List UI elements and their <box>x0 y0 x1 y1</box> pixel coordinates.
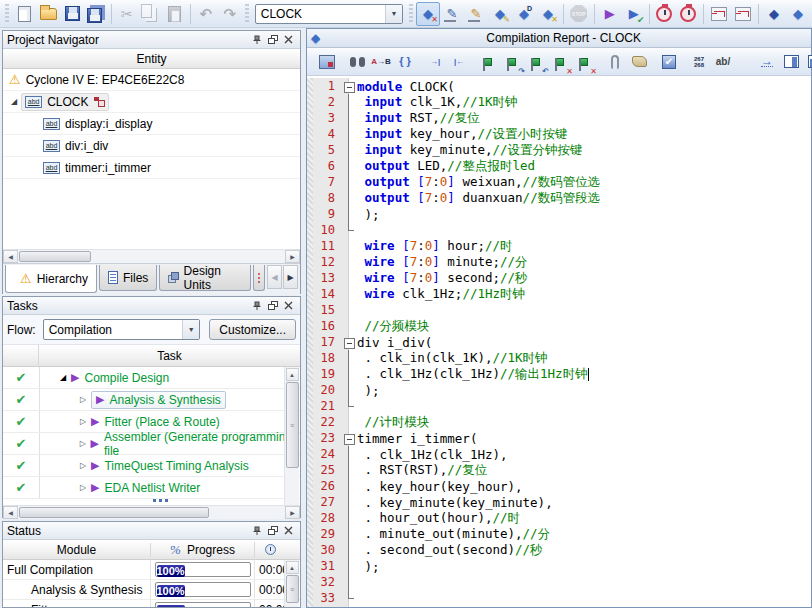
overflow-tool-button[interactable]: ◆ <box>786 2 810 26</box>
expander-closed-icon[interactable]: ▷ <box>78 439 87 448</box>
expander-open-icon[interactable]: ◢ <box>11 97 17 106</box>
goto-line-button[interactable]: 267 268 <box>687 50 711 74</box>
expander-open-icon[interactable]: ◢ <box>58 373 68 382</box>
scroll-left-button[interactable]: ◀ <box>3 506 18 519</box>
word-wrap-button[interactable]: ab/ <box>711 50 735 74</box>
next-bookmark-button[interactable]: ↷ <box>501 50 525 74</box>
scroll-right-button[interactable]: ▶ <box>285 506 300 519</box>
save-all-button[interactable] <box>84 2 108 26</box>
find-button[interactable] <box>345 50 369 74</box>
timing-analyzer-button[interactable] <box>676 2 700 26</box>
tree-empty-space[interactable] <box>3 179 300 249</box>
clear-all-bookmarks-button[interactable]: ✕ <box>573 50 597 74</box>
tab-scroll-right-button[interactable]: ▶ <box>283 265 298 289</box>
task-label[interactable]: Assembler (Generate programming file <box>104 430 300 458</box>
fold-collapse-icon[interactable] <box>343 78 357 94</box>
task-row-selected[interactable]: ✔ ▷ ▶ Analysis & Synthesis <box>3 389 300 411</box>
close-button[interactable] <box>281 524 296 538</box>
code-editor[interactable]: 1module CLOCK(2 input clk_1K,//1K时钟3 inp… <box>307 78 811 607</box>
design-partition-button[interactable]: ◆D <box>512 2 536 26</box>
view-pane-1-button[interactable] <box>779 50 803 74</box>
task-row[interactable]: ✔ ▷ ▶ TimeQuest Timing Analysis <box>3 455 300 477</box>
timequest-button[interactable] <box>652 2 676 26</box>
toggle-bookmark-button[interactable] <box>477 50 501 74</box>
top-entity-row[interactable]: ◢ abd CLOCK <box>3 91 300 113</box>
increase-indent-button[interactable]: →| <box>423 50 447 74</box>
assignment-editor-button[interactable]: ✎ <box>440 2 464 26</box>
instance-row[interactable]: abd div:i_div <box>3 135 300 157</box>
task-label[interactable]: EDA Netlist Writer <box>104 481 200 495</box>
undo-button[interactable]: ↶ <box>194 2 218 26</box>
instance-row[interactable]: abd display:i_display <box>3 113 300 135</box>
chevron-down-icon[interactable]: ▼ <box>385 5 402 23</box>
pin-planner-button[interactable]: ✎ <box>464 2 488 26</box>
expander-closed-icon[interactable]: ▷ <box>78 417 88 426</box>
simulation-tool-button[interactable] <box>707 2 731 26</box>
tab-scroll-left-button[interactable]: ◀ <box>267 265 282 289</box>
toolbar-grip[interactable] <box>245 4 249 24</box>
tab-files[interactable]: Files <box>99 265 157 291</box>
close-button[interactable] <box>281 33 296 47</box>
attach-file-button[interactable] <box>603 50 627 74</box>
decrease-indent-button[interactable]: |← <box>447 50 471 74</box>
vscroll-thumb[interactable]: ≡ <box>286 575 299 603</box>
tab-overflow[interactable] <box>253 265 265 291</box>
report-settings-button[interactable] <box>315 50 339 74</box>
expander-closed-icon[interactable]: ▷ <box>78 483 88 492</box>
scroll-right-button[interactable]: ▶ <box>285 250 300 263</box>
jump-to-location-button[interactable]: → <box>755 50 779 74</box>
scroll-up-button[interactable]: ▲ <box>286 561 299 574</box>
task-row[interactable]: ✔ ▷ ▶ EDA Netlist Writer <box>3 477 300 499</box>
pin-button[interactable] <box>249 33 264 47</box>
task-label[interactable]: Fitter (Place & Route) <box>104 415 219 429</box>
stop-button[interactable]: STOP <box>567 2 591 26</box>
insert-template-button[interactable]: { } <box>393 50 417 74</box>
chip-planner-button[interactable]: ◆✎ <box>488 2 512 26</box>
float-button[interactable] <box>265 299 280 313</box>
settings-button[interactable]: ◆✕ <box>416 2 440 26</box>
scroll-up-button[interactable]: ▲ <box>286 368 299 381</box>
hscroll-thumb[interactable] <box>19 251 91 262</box>
chevron-down-icon[interactable]: ▼ <box>182 320 199 339</box>
flow-selector[interactable]: Compilation ▼ <box>43 319 201 340</box>
task-label[interactable]: Analysis & Synthesis <box>109 393 220 407</box>
programmer-button[interactable]: ◆ <box>762 2 786 26</box>
pin-button[interactable] <box>249 299 264 313</box>
task-label[interactable]: TimeQuest Timing Analysis <box>104 459 248 473</box>
pin-button[interactable] <box>249 524 264 538</box>
instance-row[interactable]: abd timmer:i_timmer <box>3 157 300 179</box>
status-vscrollbar[interactable]: ▲ ≡ <box>284 560 299 608</box>
customize-button[interactable]: Customize... <box>209 319 296 340</box>
toolbar-grip[interactable] <box>409 4 413 24</box>
previous-bookmark-button[interactable]: ↶ <box>525 50 549 74</box>
rtl-simulation-button[interactable] <box>731 2 755 26</box>
project-navigator-hscrollbar[interactable]: ◀ ▶ <box>3 249 300 263</box>
open-file-button[interactable] <box>36 2 60 26</box>
paste-button[interactable] <box>163 2 187 26</box>
expander-closed-icon[interactable]: ▷ <box>78 461 88 470</box>
scroll-left-button[interactable]: ◀ <box>3 250 18 263</box>
fold-collapse-icon[interactable] <box>343 334 357 350</box>
expander-closed-icon[interactable]: ▷ <box>78 395 88 404</box>
tab-hierarchy[interactable]: ⚠ Hierarchy <box>5 265 97 293</box>
float-button[interactable] <box>265 524 280 538</box>
hscroll-thumb[interactable] <box>19 507 209 518</box>
view-pane-2-button[interactable] <box>803 50 812 74</box>
tasks-vscrollbar[interactable]: ▲ ≡ <box>284 367 299 505</box>
tasks-hscrollbar[interactable]: ◀ ▶ <box>3 505 300 519</box>
entity-selector[interactable]: CLOCK ▼ <box>255 4 403 24</box>
replace-button[interactable]: A→B <box>369 50 393 74</box>
start-analysis-synthesis-button[interactable]: ▶✔ <box>622 2 646 26</box>
tcl-script-button[interactable] <box>627 50 651 74</box>
new-file-button[interactable] <box>12 2 36 26</box>
toolbar-grip[interactable] <box>5 4 9 24</box>
task-row[interactable]: ✔ ▷ ▶ Assembler (Generate programming fi… <box>3 433 300 455</box>
copy-button[interactable] <box>139 2 163 26</box>
tab-design-units[interactable]: Design Units <box>159 265 250 291</box>
close-button[interactable] <box>281 299 296 313</box>
analyze-current-file-button[interactable]: ✔ <box>657 50 681 74</box>
device-row[interactable]: ⚠ Cyclone IV E: EP4CE6E22C8 <box>3 69 300 91</box>
task-row[interactable]: ✔ ◢ ▶ Compile Design <box>3 367 300 389</box>
save-button[interactable] <box>60 2 84 26</box>
clear-bookmark-button[interactable]: ✕ <box>549 50 573 74</box>
